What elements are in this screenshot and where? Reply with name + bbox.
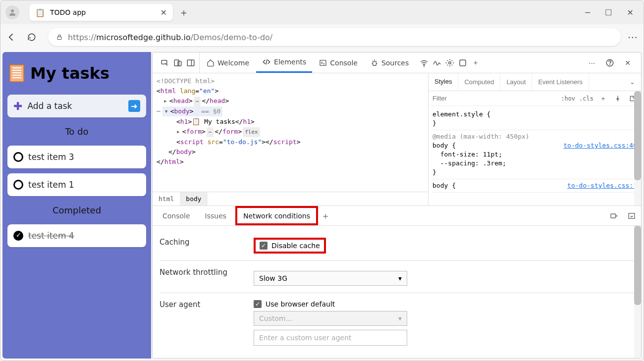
drawer-add-tab-icon[interactable]: ＋ xyxy=(321,210,330,222)
tab-elements[interactable]: Elements xyxy=(256,52,312,73)
chevron-down-icon: ▾ xyxy=(398,314,402,322)
window-close-icon[interactable]: ✕ xyxy=(627,8,634,17)
chevron-down-icon[interactable]: ⌄ xyxy=(624,78,641,86)
wifi-icon[interactable] xyxy=(419,57,429,68)
tab-event-listeners[interactable]: Event Listeners xyxy=(532,73,589,91)
tab-layout[interactable]: Layout xyxy=(500,73,532,91)
svg-point-9 xyxy=(424,65,425,66)
tab-title: TODO app xyxy=(50,8,86,16)
svg-rect-7 xyxy=(320,60,326,65)
tab-console[interactable]: Console xyxy=(313,52,364,73)
tab-sources[interactable]: Sources xyxy=(365,52,415,73)
device-toolbar-icon[interactable] xyxy=(172,57,183,68)
back-button[interactable] xyxy=(6,32,20,42)
window-minimize-icon[interactable]: ─ xyxy=(586,8,590,17)
add-task-input[interactable]: ✚ Add a task ➜ xyxy=(7,95,146,117)
checkbox-checked-icon: ✓ xyxy=(260,242,268,250)
svg-rect-5 xyxy=(187,60,194,66)
new-style-icon[interactable]: ＋ xyxy=(597,93,608,104)
svg-rect-11 xyxy=(460,60,466,66)
profile-avatar[interactable] xyxy=(5,5,19,19)
browser-menu-button[interactable]: ⋯ xyxy=(628,31,638,43)
titlebar: 📋 TODO app ✕ ＋ ─ ☐ ✕ xyxy=(0,0,644,24)
drawer-scrollbar[interactable] xyxy=(634,226,641,358)
performance-icon[interactable] xyxy=(431,57,442,68)
styles-filter-input[interactable] xyxy=(431,94,557,103)
checkbox-icon[interactable] xyxy=(13,180,23,190)
url-bar[interactable]: https://microsoftedge.github.io/Demos/de… xyxy=(48,28,621,46)
stylesheet-link[interactable]: to-do-styles.css:1 xyxy=(567,181,637,190)
dock-side-icon[interactable] xyxy=(185,57,196,68)
caching-label: Caching xyxy=(160,238,239,247)
drawer-options-icon[interactable] xyxy=(608,210,619,221)
help-icon[interactable] xyxy=(604,57,615,68)
add-tab-icon[interactable]: ＋ xyxy=(470,57,481,68)
checkbox-checked-icon[interactable] xyxy=(13,231,23,241)
home-icon xyxy=(207,59,215,67)
stylesheet-link[interactable]: to-do-styles.css:40 xyxy=(563,141,637,150)
window-maximize-icon[interactable]: ☐ xyxy=(605,8,612,17)
browser-tab[interactable]: 📋 TODO app ✕ xyxy=(29,4,173,21)
app-header: My tasks xyxy=(7,57,146,90)
hov-toggle[interactable]: :hov xyxy=(561,95,575,102)
new-tab-button[interactable]: ＋ xyxy=(179,6,189,19)
tab-favicon-icon: 📋 xyxy=(35,8,45,17)
dom-tree[interactable]: <!DOCTYPE html> <html lang="en"> ▸<head>… xyxy=(153,73,428,192)
svg-rect-15 xyxy=(611,214,615,218)
task-label: test item 1 xyxy=(28,180,74,190)
tab-welcome[interactable]: Welcome xyxy=(201,52,255,73)
app-panel: My tasks ✚ Add a task ➜ To do test item … xyxy=(2,52,151,359)
throttling-select[interactable]: Slow 3G ▾ xyxy=(254,271,407,286)
code-icon xyxy=(262,58,271,66)
svg-rect-4 xyxy=(178,61,181,66)
tab-styles[interactable]: Styles xyxy=(429,73,458,91)
more-tools-icon[interactable]: ⋯ xyxy=(587,57,597,68)
styles-code[interactable]: element.style {} @media (max-width: 450p… xyxy=(429,106,641,195)
styles-scrollbar[interactable] xyxy=(634,91,641,206)
todo-section-header: To do xyxy=(7,122,146,141)
inspect-element-icon[interactable] xyxy=(160,57,170,68)
svg-point-0 xyxy=(11,9,14,12)
use-browser-default-checkbox[interactable]: ✓ Use browser default xyxy=(254,300,412,308)
url-text: https://microsoftedge.github.io/Demos/de… xyxy=(68,33,272,42)
task-label: test item 3 xyxy=(28,152,74,162)
checkbox-checked-icon: ✓ xyxy=(254,300,262,308)
styles-panel: Styles Computed Layout Event Listeners ⌄… xyxy=(428,73,641,206)
drawer-tab-issues[interactable]: Issues xyxy=(199,206,233,225)
devtools-toolbar: Welcome Elements Console Sources xyxy=(153,52,641,73)
drawer-collapse-icon[interactable] xyxy=(626,210,637,221)
task-item[interactable]: test item 3 xyxy=(7,146,146,168)
drawer-tab-network-conditions[interactable]: Network conditions xyxy=(235,206,318,225)
dom-breadcrumb[interactable]: html body xyxy=(153,192,428,206)
tab-computed[interactable]: Computed xyxy=(458,73,500,91)
checkbox-icon[interactable] xyxy=(13,152,23,162)
cls-toggle[interactable]: .cls xyxy=(579,95,593,102)
completed-section-header: Completed xyxy=(7,201,146,219)
svg-rect-1 xyxy=(57,37,61,39)
browser-window: 📋 TODO app ✕ ＋ ─ ☐ ✕ https://microsofted… xyxy=(0,0,644,361)
close-tab-icon[interactable]: ✕ xyxy=(161,8,167,17)
console-icon xyxy=(319,59,327,67)
submit-task-button[interactable]: ➜ xyxy=(128,100,140,112)
devtools-drawer: Console Issues Network conditions ＋ Cach… xyxy=(153,206,641,358)
task-label: test item 4 xyxy=(28,231,74,241)
task-item-completed[interactable]: test item 4 xyxy=(7,224,146,247)
throttling-setting: Network throttling Slow 3G ▾ xyxy=(160,261,634,293)
close-devtools-icon[interactable]: ✕ xyxy=(622,57,633,68)
app-icon[interactable] xyxy=(457,57,468,68)
useragent-setting: User agent ✓ Use browser default Custom.… xyxy=(160,293,634,353)
address-bar-row: https://microsoftedge.github.io/Demos/de… xyxy=(0,24,644,50)
drawer-tab-console[interactable]: Console xyxy=(157,206,196,225)
pin-icon[interactable] xyxy=(612,93,623,104)
svg-point-10 xyxy=(449,61,451,64)
refresh-button[interactable] xyxy=(27,33,41,42)
disable-cache-checkbox[interactable]: ✓ Disable cache xyxy=(254,238,326,254)
gear-icon[interactable] xyxy=(444,57,455,68)
svg-point-13 xyxy=(610,64,610,65)
caching-setting: Caching ✓ Disable cache xyxy=(160,231,634,261)
add-task-label: Add a task xyxy=(27,101,72,111)
plus-icon: ✚ xyxy=(13,100,22,112)
task-item[interactable]: test item 1 xyxy=(7,173,146,196)
useragent-label: User agent xyxy=(160,300,239,309)
styles-filter-row: :hov .cls ＋ xyxy=(429,91,641,106)
